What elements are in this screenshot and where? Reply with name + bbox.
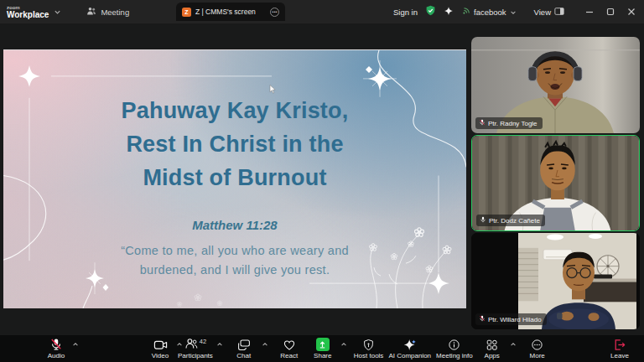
participant-name: Ptr. Radny Togle	[488, 120, 538, 127]
tab-shared-screen-label: Z | CMMS's screen	[195, 8, 266, 16]
name-label-radny: Ptr. Radny Togle	[475, 117, 543, 129]
chat-options-chevron-icon[interactable]	[262, 335, 268, 362]
shield-check-icon[interactable]	[425, 4, 436, 19]
shield-icon	[362, 338, 375, 351]
participants-options-chevron-icon[interactable]	[216, 335, 223, 362]
participants-count-badge: 42	[200, 338, 206, 345]
minimize-icon[interactable]	[585, 4, 594, 19]
participant-name: Ptr. Willard Hilado	[488, 316, 542, 323]
slide-title: Pahuway Kay Kristo, Rest In Christ in th…	[3, 94, 466, 194]
leave-button[interactable]: Leave	[605, 335, 634, 362]
scripture-quote: “Come to me, all you who are weary and b…	[3, 241, 466, 280]
participants-panel: Ptr. Radny Togle	[471, 37, 640, 331]
titlebar-right-controls: Sign in facebook View	[393, 0, 636, 23]
maximize-icon[interactable]	[606, 4, 615, 19]
participants-button[interactable]: 42 Participants	[178, 335, 213, 362]
video-tile-willard-hilado[interactable]: Ptr. Willard Hilado	[471, 233, 640, 329]
zoom-meeting-window: zoom Workplace Meeting Z Z | CMMS's scre…	[0, 0, 644, 362]
video-label: Video	[152, 352, 169, 359]
video-tile-dodz-canete[interactable]: Ptr. Dodz Cañete	[471, 135, 640, 231]
host-tools-label: Host tools	[354, 352, 384, 359]
meeting-toolbar: Audio Video 42	[0, 335, 644, 362]
layout-view-icon	[554, 4, 564, 19]
camera-icon	[153, 338, 168, 351]
more-button[interactable]: More	[523, 335, 552, 362]
participants-icon	[184, 337, 198, 353]
quote-line1: “Come to me, all you who are weary and	[3, 241, 466, 261]
participant-name: Ptr. Dodz Cañete	[489, 217, 540, 225]
workspace-chevron-down-icon[interactable]	[54, 8, 61, 16]
meeting-info-button[interactable]: Meeting info	[436, 335, 473, 362]
apps-options-chevron-icon[interactable]	[510, 335, 517, 362]
share-label: Share	[314, 352, 331, 359]
name-label-dodz: Ptr. Dodz Cañete	[476, 215, 545, 226]
brand-zoom: zoom	[7, 5, 49, 10]
z-app-icon: Z	[182, 8, 191, 17]
ai-companion-label: AI Companion	[388, 352, 431, 359]
ai-sparkle-icon	[403, 338, 417, 351]
react-label: React	[280, 352, 298, 359]
broadcast-icon	[461, 4, 470, 19]
ai-companion-button[interactable]: AI Companion	[388, 335, 431, 362]
view-button[interactable]: View	[534, 4, 564, 19]
more-ellipsis-icon	[531, 338, 543, 351]
title-bar: zoom Workplace Meeting Z Z | CMMS's scre…	[0, 0, 644, 23]
stream-chevron-down-icon	[510, 4, 517, 19]
meeting-stage: Pahuway Kay Kristo, Rest In Christ in th…	[0, 23, 644, 335]
stream-service-label: facebook	[474, 8, 506, 17]
live-stream-control[interactable]: facebook	[461, 4, 517, 19]
apps-label: Apps	[485, 352, 500, 359]
audio-button[interactable]: Audio	[42, 335, 70, 362]
apps-grid-icon	[486, 338, 498, 351]
sign-in-button[interactable]: Sign in	[393, 8, 418, 17]
mic-muted-icon	[479, 315, 486, 323]
share-button[interactable]: Share	[309, 335, 337, 362]
tab-meeting[interactable]: Meeting	[86, 6, 129, 18]
mic-muted-icon	[49, 338, 63, 351]
tab-meeting-label: Meeting	[101, 8, 129, 17]
brand-workplace: Workplace	[7, 11, 49, 19]
close-icon[interactable]	[627, 4, 636, 19]
quote-line2: burdened, and I will give you rest.	[3, 261, 466, 280]
people-icon	[86, 6, 96, 18]
share-options-chevron-icon[interactable]	[340, 335, 347, 362]
mic-on-icon	[480, 216, 486, 225]
react-button[interactable]: React	[275, 335, 304, 362]
chat-label: Chat	[236, 352, 251, 359]
info-icon	[448, 338, 460, 351]
window-controls	[585, 4, 636, 19]
mouse-cursor	[269, 82, 276, 97]
chat-button[interactable]: Chat	[230, 335, 258, 362]
share-screen-icon	[316, 338, 330, 351]
shared-screen-slide: Pahuway Kay Kristo, Rest In Christ in th…	[3, 49, 466, 308]
leave-door-icon	[613, 338, 626, 351]
mic-muted-icon	[479, 119, 486, 127]
zoom-workplace-logo: zoom Workplace	[7, 5, 61, 19]
scripture-reference: Matthew 11:28	[3, 218, 466, 232]
video-button[interactable]: Video	[146, 335, 174, 362]
video-tile-radny-togle[interactable]: Ptr. Radny Togle	[471, 37, 640, 133]
slide-title-line3: Midst of Burnout	[3, 161, 466, 194]
host-tools-button[interactable]: Host tools	[354, 335, 384, 362]
name-label-willard: Ptr. Willard Hilado	[475, 313, 547, 325]
sparkle-icon[interactable]	[444, 4, 454, 19]
audio-options-chevron-icon[interactable]	[72, 335, 79, 362]
tab-options-icon[interactable]: •••	[270, 8, 279, 17]
slide-title-line2: Rest In Christ in the	[3, 127, 466, 161]
chat-icon	[237, 338, 251, 351]
apps-button[interactable]: Apps	[478, 335, 506, 362]
slide-title-line1: Pahuway Kay Kristo,	[3, 94, 466, 127]
more-label: More	[530, 352, 545, 359]
participants-label: Participants	[178, 352, 213, 359]
heart-icon	[283, 338, 296, 351]
audio-label: Audio	[48, 352, 65, 359]
tab-shared-screen[interactable]: Z Z | CMMS's screen •••	[176, 3, 285, 21]
leave-label: Leave	[610, 352, 629, 359]
meeting-info-label: Meeting info	[436, 352, 473, 359]
view-label: View	[534, 8, 551, 17]
